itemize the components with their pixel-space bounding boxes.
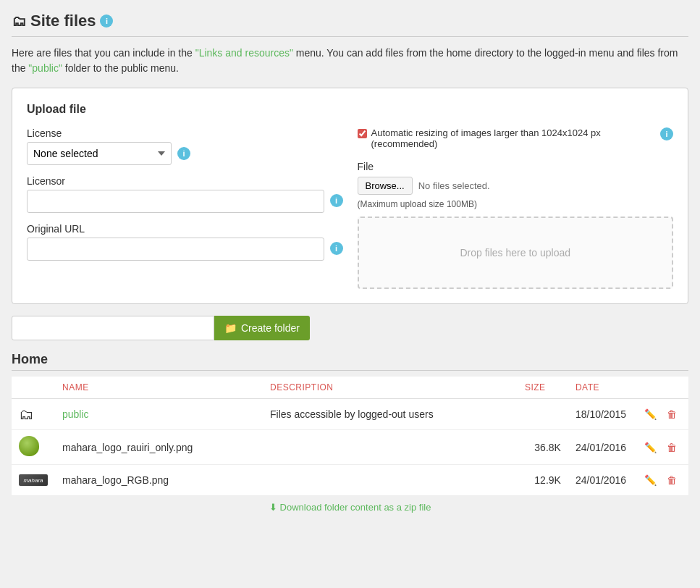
- download-link-row: ⬇ Download folder content as a zip file: [12, 502, 688, 513]
- upload-limit: (Maximum upload size 100MB): [358, 199, 674, 209]
- row-actions-cell: ✏️ 🗑: [633, 465, 688, 496]
- image-thumbnail-icon: [19, 436, 39, 456]
- original-url-content: [27, 238, 324, 261]
- row-desc-cell: [263, 465, 518, 496]
- auto-resize-info-icon[interactable]: i: [660, 127, 673, 140]
- upload-grid: License None selected i Licensor i: [27, 127, 673, 289]
- licensor-input[interactable]: [27, 190, 324, 213]
- files-table-header-row: NAME DESCRIPTION SIZE DATE: [12, 377, 688, 399]
- row-icon-cell: 🗂: [12, 399, 55, 430]
- licensor-info-icon[interactable]: i: [330, 194, 343, 207]
- upload-panel-title: Upload file: [27, 103, 673, 116]
- edit-button[interactable]: ✏️: [641, 405, 659, 424]
- original-url-input-wrapper: i: [27, 238, 343, 261]
- create-folder-button[interactable]: 📁 Create folder: [214, 316, 310, 340]
- license-label: License: [27, 127, 343, 139]
- table-row: mahara mahara_logo_RGB.png 12.9K 24/01/2…: [12, 465, 688, 496]
- page-description: Here are files that you can include in t…: [12, 46, 688, 76]
- row-size-cell: [518, 399, 568, 430]
- row-actions-cell: ✏️ 🗑: [633, 430, 688, 465]
- row-date-cell: 24/01/2016: [568, 430, 633, 465]
- th-size: SIZE: [518, 377, 568, 399]
- row-date-cell: 18/10/2015: [568, 399, 633, 430]
- folder-create-icon: 📁: [224, 322, 237, 334]
- auto-resize-checkbox[interactable]: [358, 129, 367, 138]
- home-section: Home NAME DESCRIPTION SIZE DATE 🗂 public: [12, 352, 688, 513]
- file-name-text: mahara_logo_RGB.png: [62, 474, 169, 486]
- file-label: File: [358, 161, 674, 172]
- th-icon: [12, 377, 55, 399]
- row-description: Files accessible by logged-out users: [270, 408, 434, 420]
- files-table-body: 🗂 public Files accessible by logged-out …: [12, 399, 688, 496]
- folder-name-input[interactable]: [12, 316, 214, 340]
- delete-button[interactable]: 🗑: [662, 438, 681, 457]
- files-table-head: NAME DESCRIPTION SIZE DATE: [12, 377, 688, 399]
- original-url-info-icon[interactable]: i: [330, 242, 343, 255]
- page-header: 🗂 Site files i: [12, 12, 688, 37]
- links-resources-link[interactable]: "Links and resources": [195, 47, 293, 59]
- delete-button[interactable]: 🗑: [662, 471, 681, 490]
- file-input-row: Browse... No files selected.: [358, 177, 674, 195]
- file-name-text: mahara_logo_rauiri_only.png: [62, 442, 193, 453]
- edit-button[interactable]: ✏️: [641, 438, 659, 457]
- file-section: File Browse... No files selected. (Maxim…: [358, 161, 674, 289]
- page-title-info-icon[interactable]: i: [100, 14, 113, 28]
- original-url-input[interactable]: [27, 238, 324, 261]
- delete-button[interactable]: 🗑: [662, 405, 681, 424]
- row-desc-cell: Files accessible by logged-out users: [263, 399, 518, 430]
- original-url-label: Original URL: [27, 223, 343, 235]
- original-url-group: Original URL i: [27, 223, 343, 261]
- no-file-text: No files selected.: [418, 180, 490, 191]
- auto-resize-row: Automatic resizing of images larger than…: [358, 127, 674, 149]
- page-title: 🗂 Site files i: [12, 12, 113, 30]
- th-actions: [633, 377, 688, 399]
- upload-left-column: License None selected i Licensor i: [27, 127, 343, 289]
- row-actions: ✏️ 🗑: [641, 438, 681, 457]
- upload-right-column: Automatic resizing of images larger than…: [358, 127, 674, 289]
- licensor-input-wrapper: i: [27, 190, 343, 213]
- public-folder-link[interactable]: "public": [28, 62, 62, 74]
- row-date-cell: 24/01/2016: [568, 465, 633, 496]
- row-size-cell: 12.9K: [518, 465, 568, 496]
- drop-zone-text: Drop files here to upload: [460, 247, 570, 259]
- license-select[interactable]: None selected: [27, 142, 172, 165]
- row-name-cell: mahara_logo_RGB.png: [55, 465, 263, 496]
- row-actions: ✏️ 🗑: [641, 405, 681, 424]
- licensor-content: [27, 190, 324, 213]
- license-select-wrapper: None selected i: [27, 142, 343, 165]
- download-zip-link[interactable]: ⬇ Download folder content as a zip file: [12, 502, 688, 513]
- upload-panel: Upload file License None selected i Lice…: [12, 88, 688, 304]
- edit-button[interactable]: ✏️: [641, 471, 659, 490]
- row-actions-cell: ✏️ 🗑: [633, 399, 688, 430]
- browse-button[interactable]: Browse...: [358, 177, 413, 195]
- row-icon-cell: [12, 430, 55, 465]
- th-name: NAME: [55, 377, 263, 399]
- licensor-label: Licensor: [27, 175, 343, 187]
- license-group: License None selected i: [27, 127, 343, 165]
- folder-bar: 📁 Create folder: [12, 316, 688, 340]
- row-name-cell: public: [55, 399, 263, 430]
- row-name-cell: mahara_logo_rauiri_only.png: [55, 430, 263, 465]
- license-info-icon[interactable]: i: [177, 147, 190, 160]
- drop-zone[interactable]: Drop files here to upload: [358, 217, 674, 289]
- th-description: DESCRIPTION: [263, 377, 518, 399]
- row-desc-cell: [263, 430, 518, 465]
- table-row: mahara_logo_rauiri_only.png 36.8K 24/01/…: [12, 430, 688, 465]
- image-thumbnail-logo-icon: mahara: [19, 474, 48, 486]
- row-actions: ✏️ 🗑: [641, 471, 681, 490]
- home-section-title: Home: [12, 352, 688, 371]
- public-folder-name-link[interactable]: public: [62, 408, 89, 420]
- th-date: DATE: [568, 377, 633, 399]
- site-files-icon: 🗂: [12, 13, 26, 30]
- files-table: NAME DESCRIPTION SIZE DATE 🗂 public File…: [12, 377, 688, 496]
- folder-icon: 🗂: [19, 406, 33, 422]
- row-icon-cell: mahara: [12, 465, 55, 496]
- auto-resize-label: Automatic resizing of images larger than…: [371, 127, 657, 149]
- download-icon: ⬇: [269, 502, 277, 513]
- table-row: 🗂 public Files accessible by logged-out …: [12, 399, 688, 430]
- row-size-cell: 36.8K: [518, 430, 568, 465]
- licensor-group: Licensor i: [27, 175, 343, 213]
